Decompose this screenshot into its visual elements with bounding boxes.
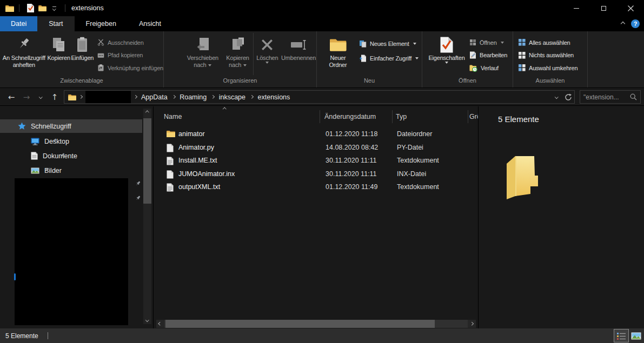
- paste-button[interactable]: Einfügen: [71, 31, 94, 62]
- column-resize-handle[interactable]: [468, 110, 468, 123]
- column-header-name[interactable]: Name: [164, 113, 182, 120]
- maximize-button[interactable]: [590, 0, 617, 16]
- cut-button[interactable]: Ausschneiden: [97, 36, 163, 49]
- pin-icon[interactable]: [135, 181, 141, 187]
- text-file-icon: [167, 157, 174, 165]
- tab-datei[interactable]: Datei: [0, 16, 37, 31]
- invert-selection-button[interactable]: Auswahl umkehren: [519, 62, 577, 75]
- scrollbar-track[interactable]: [164, 320, 468, 328]
- sidebar-scrollbar[interactable]: [143, 109, 151, 324]
- breadcrumb-item-appdata[interactable]: AppData: [140, 93, 169, 101]
- recent-locations-dropdown[interactable]: [36, 88, 45, 106]
- column-header-date[interactable]: Änderungsdatum: [324, 113, 376, 120]
- breadcrumb-chevron-icon[interactable]: [211, 95, 214, 98]
- qat-new-folder-button[interactable]: [36, 2, 48, 15]
- tab-freigeben[interactable]: Freigeben: [75, 16, 128, 31]
- delete-button[interactable]: Löschen: [254, 31, 281, 64]
- breadcrumb-item-inkscape[interactable]: inkscape: [217, 93, 247, 101]
- history-button[interactable]: Verlauf: [469, 62, 507, 75]
- select-none-icon: [519, 52, 526, 59]
- new-folder-button[interactable]: Neuer Ordner: [322, 31, 354, 69]
- column-header-type[interactable]: Typ: [396, 113, 407, 120]
- thumbnail-view-button[interactable]: [629, 329, 643, 342]
- details-view-button[interactable]: [614, 329, 628, 342]
- details-pane: 5 Elemente: [478, 106, 644, 328]
- select-all-button[interactable]: Alles auswählen: [519, 36, 577, 49]
- rename-button[interactable]: Umbenennen: [281, 31, 316, 62]
- search-box[interactable]: "extension...: [580, 90, 641, 104]
- file-row-outputxml[interactable]: outputXML.txt 01.12.2020 11:49 Textdokum…: [154, 181, 478, 194]
- title-bar: extensions: [0, 0, 644, 16]
- paste-shortcut-button[interactable]: Verknüpfung einfügen: [97, 62, 163, 75]
- main-area: Schnellzugriff Desktop Dokumente: [0, 106, 644, 328]
- collapse-ribbon-icon[interactable]: [621, 22, 625, 26]
- address-bar[interactable]: AppData Roaming inkscape extensions: [64, 90, 575, 104]
- file-icon: [167, 144, 174, 152]
- easy-access-button[interactable]: Einfacher Zugriff: [359, 51, 419, 65]
- minimize-button[interactable]: [563, 0, 590, 16]
- copy-button[interactable]: Kopieren: [47, 31, 71, 62]
- clipboard-icon: [76, 35, 89, 55]
- file-row-animator[interactable]: animator 01.12.2020 11:18 Dateiordner: [154, 128, 478, 142]
- column-resize-handle[interactable]: [392, 110, 393, 123]
- close-button[interactable]: [617, 0, 644, 16]
- scroll-left-arrow[interactable]: [156, 320, 164, 328]
- tab-ansicht[interactable]: Ansicht: [128, 16, 172, 31]
- breadcrumb-item-extensions[interactable]: extensions: [256, 93, 292, 101]
- open-button[interactable]: Öffnen: [469, 36, 507, 49]
- up-button[interactable]: ↑: [49, 88, 61, 106]
- group-label-clipboard: Zwischenablage: [0, 76, 163, 88]
- column-resize-handle[interactable]: [320, 110, 320, 123]
- help-button[interactable]: ?: [631, 19, 640, 28]
- tab-start[interactable]: Start: [37, 16, 74, 31]
- column-header-size[interactable]: Größe: [469, 113, 478, 120]
- select-none-button[interactable]: Nichts auswählen: [519, 49, 577, 62]
- scroll-up-arrow[interactable]: [143, 109, 151, 117]
- move-to-button[interactable]: Verschieben nach: [183, 31, 222, 69]
- back-button[interactable]: ←: [5, 88, 17, 106]
- history-clock-icon: [469, 64, 477, 72]
- search-input[interactable]: "extension...: [583, 93, 630, 101]
- scroll-right-arrow[interactable]: [468, 320, 476, 328]
- breadcrumb-item-roaming[interactable]: Roaming: [178, 93, 208, 101]
- app-folder-icon: [5, 5, 14, 12]
- breadcrumb-chevron-icon[interactable]: [250, 95, 253, 98]
- file-row-install-me[interactable]: Install.ME.txt 30.11.2020 11:11 Textdoku…: [154, 154, 478, 168]
- sidebar-item-quick-access[interactable]: Schnellzugriff: [0, 119, 142, 133]
- copy-to-button[interactable]: Kopieren nach: [222, 31, 254, 69]
- picture-icon: [31, 167, 39, 174]
- pin-icon[interactable]: [59, 153, 65, 159]
- file-row-animator-py[interactable]: Animator.py 14.08.2020 08:42 PY-Datei: [154, 142, 478, 155]
- location-folder-icon: [68, 94, 76, 100]
- pin-to-quick-access-button[interactable]: An Schnellzugriff anheften: [1, 31, 47, 69]
- minimize-icon: [574, 8, 579, 9]
- refresh-button[interactable]: [562, 91, 574, 103]
- search-icon[interactable]: [630, 93, 637, 100]
- pin-icon[interactable]: [135, 196, 141, 202]
- file-row-jumoanimator[interactable]: JUMOAnimator.inx 30.11.2020 11:11 INX-Da…: [154, 168, 478, 181]
- address-dropdown-button[interactable]: [550, 91, 562, 103]
- breadcrumb-chevron-icon[interactable]: [79, 95, 82, 98]
- qat-customize-dropdown[interactable]: [48, 2, 60, 15]
- text-file-icon: [167, 183, 174, 192]
- qat-properties-button[interactable]: [24, 2, 36, 15]
- scrollbar-thumb[interactable]: [165, 320, 435, 328]
- sidebar-item-pictures[interactable]: Bilder: [0, 164, 62, 177]
- edit-button[interactable]: Bearbeiten: [469, 49, 507, 62]
- pin-icon[interactable]: [51, 138, 57, 145]
- scroll-down-arrow[interactable]: [143, 316, 151, 324]
- maximize-icon: [601, 6, 606, 11]
- pin-icon[interactable]: [43, 167, 50, 174]
- refresh-icon: [565, 93, 572, 101]
- horizontal-scrollbar[interactable]: [156, 320, 476, 328]
- forward-button[interactable]: →: [21, 88, 32, 106]
- breadcrumb-chevron-icon[interactable]: [134, 95, 137, 98]
- group-label-select: Auswählen: [513, 76, 587, 88]
- breadcrumb-chevron-icon[interactable]: [172, 95, 175, 98]
- scrollbar-thumb[interactable]: [143, 118, 151, 204]
- copy-path-button[interactable]: Pfad kopieren: [97, 49, 163, 62]
- new-item-button[interactable]: Neues Element: [359, 36, 419, 51]
- sidebar-item-desktop[interactable]: Desktop: [0, 134, 69, 148]
- properties-button[interactable]: Eigenschaften: [427, 31, 467, 64]
- sidebar-item-documents[interactable]: Dokumente: [0, 149, 77, 163]
